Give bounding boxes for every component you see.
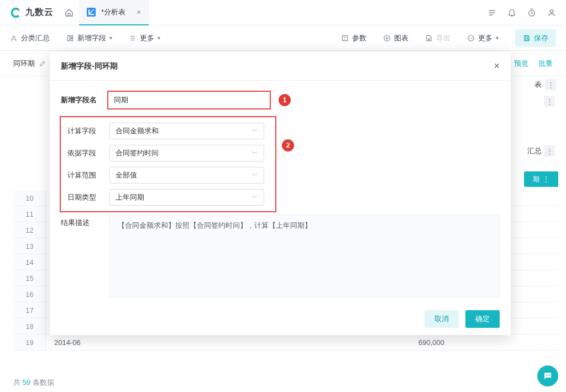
chevron-down-icon: ﹀: [251, 149, 258, 158]
calc-field-label: 计算字段: [61, 126, 109, 136]
modal-title: 新增字段-同环期: [61, 61, 118, 71]
field-name-label: 新增字段名: [61, 95, 109, 105]
result-desc-label: 结果描述: [61, 215, 109, 297]
annotation-badge-2: 2: [282, 139, 294, 151]
chevron-down-icon: ﹀: [251, 193, 258, 202]
close-icon[interactable]: ×: [494, 60, 500, 72]
confirm-button[interactable]: 确定: [465, 310, 500, 328]
annotation-badge-1: 1: [279, 94, 291, 106]
calc-field-select[interactable]: 合同金额求和﹀: [109, 123, 264, 139]
cancel-button[interactable]: 取消: [424, 310, 459, 328]
chevron-down-icon: ﹀: [251, 171, 258, 180]
range-select[interactable]: 全部值﹀: [109, 167, 264, 184]
date-type-label: 日期类型: [61, 192, 109, 202]
base-field-select[interactable]: 合同签约时间﹀: [109, 145, 264, 161]
date-type-select[interactable]: 上年同期﹀: [109, 189, 264, 206]
new-field-modal: 新增字段-同环期 × 新增字段名 同期 1 2 计算字段 合同金额求和﹀: [50, 52, 511, 335]
modal-header: 新增字段-同环期 ×: [50, 52, 511, 81]
range-label: 计算范围: [61, 170, 109, 180]
config-group: 2 计算字段 合同金额求和﹀ 依据字段 合同签约时间﹀ 计算范围: [60, 116, 276, 212]
chevron-down-icon: ﹀: [251, 127, 258, 136]
modal-footer: 取消 确定: [50, 303, 511, 335]
result-desc-box: 【合同金额求和】按照【合同签约时间】，计算【上年同期】: [109, 215, 500, 297]
field-name-input[interactable]: 同期: [112, 93, 266, 107]
base-field-label: 依据字段: [61, 148, 109, 158]
modal-overlay: 新增字段-同环期 × 新增字段名 同期 1 2 计算字段 合同金额求和﹀: [0, 0, 566, 392]
